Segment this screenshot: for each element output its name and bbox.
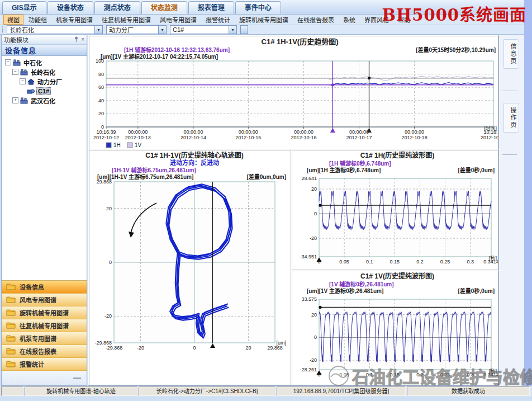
svg-text:0.15: 0.15 <box>390 372 400 378</box>
svg-text:2012-10-12: 2012-10-12 <box>93 135 119 140</box>
svg-text:00:00:00: 00:00:00 <box>294 129 314 135</box>
tree-node-4[interactable]: +武汉石化 <box>2 96 87 105</box>
collapse-icon[interactable]: − <box>12 69 18 75</box>
folder-icon <box>6 334 16 343</box>
svg-text:20: 20 <box>106 206 112 211</box>
sidebar-button-5[interactable]: 在线报告报表 <box>2 345 87 358</box>
svg-text:[1H-1V 辅游标6.75um,26.481um]: [1H-1V 辅游标6.75um,26.481um] <box>112 167 196 173</box>
menu-item-0[interactable]: 视图 <box>3 15 23 25</box>
tree-node-label: 中石化 <box>22 58 43 67</box>
orbit-chart-panel[interactable]: C1# 1H-1V(历史提纯轴心轨迹图)进动方向：反进动[1H-1V 辅游标6.… <box>89 150 291 385</box>
svg-text:0.2: 0.2 <box>416 372 424 378</box>
sidebar-button-6[interactable]: 报警统计 <box>2 358 87 371</box>
sidebar-button-4[interactable]: 机泵专用图谱 <box>2 332 87 345</box>
vertical-tab-1[interactable]: 操作页 <box>504 103 519 133</box>
collapse-handle[interactable] <box>73 378 81 379</box>
svg-text:28.641: 28.641 <box>301 176 317 181</box>
menu-item-7[interactable]: 在线报告报表 <box>293 15 338 25</box>
tab-5[interactable]: 事件中心 <box>235 1 281 14</box>
tab-3[interactable]: 状态监测 <box>141 1 187 14</box>
svg-text:2012-10-15: 2012-10-15 <box>235 135 261 140</box>
svg-text:[1V 辅游标0秒,26.481um]: [1V 辅游标0秒,26.481um] <box>329 281 394 287</box>
svg-text:C1# 1H(历史提纯波形图): C1# 1H(历史提纯波形图) <box>360 151 435 159</box>
expand-icon[interactable]: + <box>12 97 18 103</box>
svg-text:0.25: 0.25 <box>440 259 450 265</box>
combo-2[interactable]: C1#▾ <box>170 25 237 34</box>
svg-text:0: 0 <box>193 345 196 351</box>
svg-text:2012-10-13: 2012-10-13 <box>125 135 151 140</box>
status-bar: 旋转机械专用图谱-轴心轨迹长岭石化->动力分厂->C1#[CLSHDLCFB]1… <box>0 386 532 397</box>
menu-item-5[interactable]: 报警统计 <box>202 15 234 25</box>
svg-text:-20: -20 <box>104 313 112 319</box>
tree-node-label: C1# <box>36 87 51 95</box>
svg-text:[um][1V 主游标2012-10-17 04:22:15: [um][1V 主游标2012-10-17 04:22:15,74.05um] <box>101 53 218 60</box>
svg-text:-20: -20 <box>310 357 317 363</box>
sidebar-button-label: 机泵专用图谱 <box>20 334 56 343</box>
svg-text:00:00:00: 00:00:00 <box>183 129 203 135</box>
waveform-1v-panel[interactable]: C1# 1V(历史提纯波形图)[1V 辅游标0秒,26.481um][um][1… <box>292 271 498 385</box>
svg-text:0: 0 <box>314 211 317 216</box>
chevron-down-icon[interactable]: ▾ <box>94 26 102 34</box>
svg-text:29.868: 29.868 <box>96 179 112 185</box>
status-cell-1: 长岭石化->动力分厂->C1#[CLSHDLCFB] <box>139 386 276 396</box>
toolbar-button[interactable] <box>240 25 248 34</box>
svg-text:20: 20 <box>98 111 104 116</box>
svg-text:0: 0 <box>109 260 112 265</box>
collapse-icon[interactable]: − <box>20 78 26 84</box>
combo-value-2: C1# <box>170 26 229 33</box>
tree-node-0[interactable]: −中石化 <box>2 58 87 67</box>
close-icon[interactable]: × <box>81 36 84 43</box>
sidebar-button-0[interactable]: 设备信息 <box>2 281 87 294</box>
tree-node-label: 动力分厂 <box>36 77 63 86</box>
menu-item-8[interactable]: 系统 <box>339 15 359 25</box>
tab-1[interactable]: 设备状态 <box>48 1 93 14</box>
svg-text:-20: -20 <box>310 235 317 241</box>
sidebar-button-1[interactable]: 风电专用图谱 <box>2 294 87 306</box>
svg-text:[秒]: [秒] <box>489 255 497 261</box>
tree-node-3[interactable]: C1# <box>2 86 87 96</box>
menu-item-3[interactable]: 往复机械专用图谱 <box>98 15 155 25</box>
tab-4[interactable]: 报表管理 <box>188 1 234 14</box>
folder-icon <box>6 347 16 356</box>
svg-text:C1# 1V(历史提纯波形图): C1# 1V(历史提纯波形图) <box>360 272 434 280</box>
combo-1[interactable]: 动力分厂▾ <box>106 25 167 34</box>
menu-item-2[interactable]: 机泵专用图谱 <box>52 15 97 25</box>
menu-item-1[interactable]: 功能组 <box>25 15 51 25</box>
svg-text:[1H 辅游标2012-10-16 12:32:13,63.: [1H 辅游标2012-10-16 12:32:13,63.76um] <box>124 46 230 53</box>
sidebar-panel-title: 功能模块 <box>4 35 28 44</box>
chevron-down-icon[interactable]: ▾ <box>229 26 236 34</box>
svg-text:0.3: 0.3 <box>467 259 474 265</box>
tree-node-2[interactable]: −动力分厂 <box>2 77 87 86</box>
tab-2[interactable]: 测点状态 <box>94 1 140 14</box>
sidebar-button-label: 设备信息 <box>20 282 44 291</box>
menu-item-6[interactable]: 旋转机械专用图谱 <box>235 15 292 25</box>
combo-0[interactable]: 长岭石化▾ <box>7 25 103 34</box>
svg-text:00:00:00: 00:00:00 <box>405 129 424 135</box>
status-cell-2: 192.168.88.9,7001/TCP[集团级服务器] <box>277 386 406 396</box>
svg-text:0.15: 0.15 <box>390 259 400 265</box>
sidebar-button-3[interactable]: 往复机械专用图谱 <box>2 319 87 332</box>
waveform-1h-panel[interactable]: C1# 1H(历史提纯波形图)[1H 辅游标0秒,6.748um][um][1H… <box>292 150 498 270</box>
pin-icon[interactable] <box>74 36 79 43</box>
trend-chart-panel[interactable]: C1# 1H-1V(历史趋势图)[1H 辅游标2012-10-16 12:32:… <box>89 36 498 149</box>
svg-text:0.05: 0.05 <box>339 372 349 378</box>
sidebar-button-label: 旋转机械专用图谱 <box>20 308 69 317</box>
tree-node-1[interactable]: −长岭石化 <box>2 67 87 77</box>
svg-text:20: 20 <box>245 345 251 351</box>
collapse-icon[interactable]: − <box>5 59 11 65</box>
svg-text:[1H 辅游标0秒,6.748um]: [1H 辅游标0秒,6.748um] <box>329 160 391 167</box>
svg-text:[um][1H 主游标0秒,6.748um]: [um][1H 主游标0秒,6.748um] <box>307 167 381 173</box>
sidebar-button-2[interactable]: 旋转机械专用图谱 <box>2 306 87 319</box>
menu-item-4[interactable]: 风电专用图谱 <box>156 15 201 25</box>
vtab-divider <box>502 154 517 155</box>
factory-icon <box>20 97 28 104</box>
status-cell-empty <box>1 386 23 396</box>
chevron-down-icon[interactable]: ▾ <box>158 26 166 34</box>
vertical-tab-0[interactable]: 信息页 <box>504 39 519 69</box>
vtab-divider <box>502 91 517 91</box>
chart-workspace: C1# 1H-1V(历史趋势图)[1H 辅游标2012-10-16 12:32:… <box>88 35 499 386</box>
tab-0[interactable]: GIS显示 <box>2 1 46 14</box>
folder-icon <box>6 322 16 330</box>
svg-text:10:16:39: 10:16:39 <box>96 129 116 135</box>
svg-text:80: 80 <box>98 72 104 77</box>
